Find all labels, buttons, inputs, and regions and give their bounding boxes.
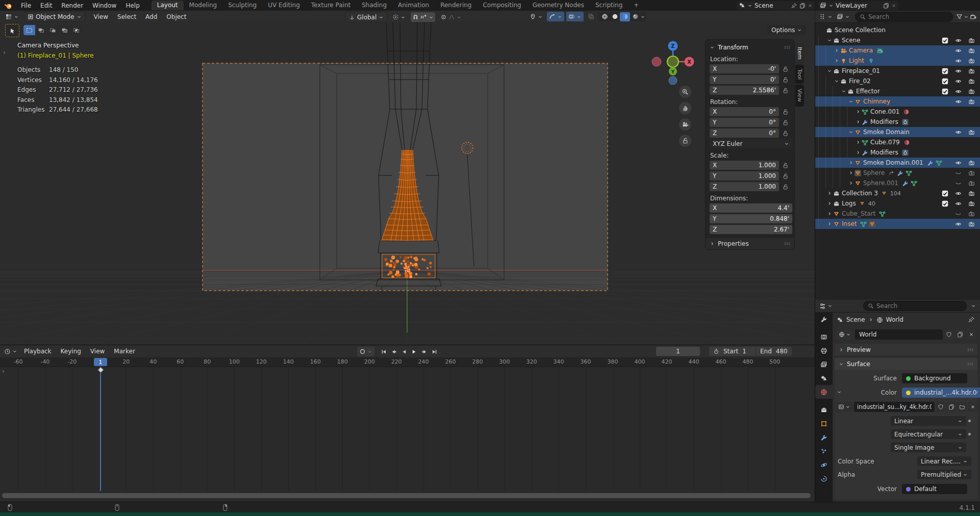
check-toggle-icon[interactable] (942, 78, 948, 85)
play-reverse-button[interactable] (399, 347, 409, 356)
viewport-3d[interactable]: Options › Camera Perspective (1) Firepla… (0, 22, 815, 345)
image-unlink-button[interactable] (968, 402, 977, 412)
fluid-btn-icon[interactable] (902, 149, 909, 156)
editor-type-button[interactable] (3, 12, 21, 21)
cam-toggle-icon[interactable] (968, 78, 975, 85)
blender-logo[interactable] (4, 2, 12, 10)
transform-field-x[interactable]: X-0' (710, 64, 779, 73)
delete-scene-icon[interactable] (808, 3, 813, 8)
cam-off-toggle-icon[interactable] (968, 211, 975, 217)
properties-tab-particles[interactable] (815, 444, 833, 458)
properties-editor-type[interactable] (817, 301, 835, 311)
camera-data-icon[interactable] (876, 47, 883, 54)
alpha-dropdown[interactable]: Premultiplied (917, 470, 971, 479)
fluid-btn-icon[interactable] (902, 119, 909, 125)
jump-to-end-button[interactable] (430, 347, 440, 356)
expander[interactable] (847, 170, 855, 175)
auto-keying-button[interactable] (357, 347, 374, 356)
shading-rendered-button[interactable] (630, 12, 640, 21)
viewlayer-name[interactable]: ViewLayer (836, 2, 881, 9)
expander[interactable] (825, 68, 833, 73)
object-type-visibility[interactable] (527, 12, 545, 21)
zoom-button[interactable] (679, 86, 691, 98)
workspace-tab-modeling[interactable]: Modeling (184, 1, 223, 10)
transform-panel-header[interactable]: Transform (706, 43, 794, 52)
lock-view-button[interactable] (679, 135, 691, 147)
select-mode-invert[interactable] (59, 25, 70, 35)
transform-field-y[interactable]: Y1.000 (710, 171, 779, 180)
eye-toggle-icon[interactable] (955, 88, 962, 95)
timeline-ruler[interactable]: -60-40-202040608010012014016018020022024… (0, 357, 815, 367)
menu-help[interactable]: Help (121, 2, 144, 9)
lock-icon[interactable] (782, 87, 789, 94)
transform-field-z[interactable]: Z1.000 (710, 182, 779, 191)
transform-field-x[interactable]: X0° (710, 107, 779, 116)
mesh-data-icon[interactable] (906, 170, 912, 176)
proportional-editing-icon[interactable] (440, 14, 447, 20)
outliner-row-cone-001[interactable]: Cone.001 (815, 107, 980, 117)
modifier-icon[interactable] (927, 160, 934, 166)
options-button[interactable]: Options (767, 25, 806, 35)
expander[interactable] (825, 221, 833, 226)
workspace-tab-rendering[interactable]: Rendering (435, 1, 477, 10)
expander[interactable] (825, 201, 833, 206)
expander[interactable] (825, 211, 833, 216)
duplicate-viewlayer-icon[interactable] (883, 3, 889, 9)
eye-toggle-icon[interactable] (955, 78, 962, 85)
timeline-editor-type[interactable] (2, 347, 19, 356)
viewport-menu-select[interactable]: Select (113, 13, 141, 20)
chevron-down-icon[interactable] (640, 14, 645, 19)
eye-closed-toggle-icon[interactable] (955, 211, 962, 217)
timeline-menu-marker[interactable]: Marker (109, 348, 139, 355)
properties-tab-modifiers[interactable] (815, 430, 833, 444)
expander[interactable] (847, 99, 855, 104)
outliner-row-sphere[interactable]: Sphere (815, 168, 980, 178)
properties-tab-tool[interactable] (815, 312, 833, 326)
outliner-row-sphere-001[interactable]: Sphere.001 (815, 178, 980, 188)
stopwatch-icon[interactable] (713, 348, 719, 354)
outliner-row-modifiers[interactable]: Modifiers (815, 117, 980, 127)
start-value[interactable]: 1 (742, 348, 746, 355)
properties-tab-collection[interactable] (815, 403, 833, 417)
lock-icon[interactable] (782, 130, 789, 137)
playhead-diamond[interactable] (97, 367, 104, 373)
properties-tab-object[interactable] (815, 417, 833, 430)
lock-icon[interactable] (782, 66, 789, 72)
eye-toggle-icon[interactable] (955, 200, 962, 207)
shading-solid-button[interactable] (610, 12, 620, 21)
outliner-row-smoke-domain[interactable]: Smoke Domain (815, 127, 980, 137)
mode-selector[interactable]: Object Mode (24, 11, 85, 22)
outliner-row-light[interactable]: Light (815, 56, 980, 66)
chevron-down-icon[interactable] (457, 15, 462, 20)
active-tool-button[interactable] (5, 24, 19, 37)
pivot-point-button[interactable] (390, 12, 408, 22)
expander[interactable] (833, 79, 840, 84)
vector-socket-value[interactable]: Default (902, 484, 967, 494)
timeline-collapse-arrow[interactable]: › (2, 368, 5, 375)
properties-tab-world[interactable] (815, 385, 833, 399)
cam-off-toggle-icon[interactable] (968, 180, 975, 187)
outliner-row-modifiers[interactable]: Modifiers (815, 147, 980, 158)
transform-field-y[interactable]: Y0' (710, 75, 779, 84)
transform-field-z[interactable]: Z0° (710, 128, 779, 138)
properties-search[interactable]: Search (863, 301, 967, 311)
end-value[interactable]: 480 (776, 348, 788, 355)
properties-tab-physics[interactable] (815, 458, 833, 472)
world-icon[interactable] (876, 317, 883, 323)
pin-icon[interactable] (791, 3, 797, 9)
timeline-scrollbar[interactable] (2, 493, 811, 498)
eye-closed-toggle-icon[interactable] (955, 170, 962, 176)
outliner-row-logs[interactable]: Logs40 (815, 198, 980, 209)
world-browse-button[interactable] (836, 329, 854, 340)
mesh-data-icon[interactable] (879, 211, 886, 217)
eye-toggle-icon[interactable] (955, 221, 962, 227)
delete-viewlayer-icon[interactable] (891, 3, 896, 8)
expander[interactable] (854, 109, 862, 114)
outliner-row-effector[interactable]: Effector (815, 86, 980, 96)
cam-toggle-icon[interactable] (968, 58, 975, 64)
animate-dot[interactable] (968, 420, 971, 422)
eye-closed-toggle-icon[interactable] (955, 180, 962, 187)
color-socket-value[interactable]: industrial_...4k.hdr.001 (902, 388, 980, 398)
sidebar-tab-view[interactable]: View (795, 85, 804, 106)
expander[interactable] (847, 160, 855, 165)
